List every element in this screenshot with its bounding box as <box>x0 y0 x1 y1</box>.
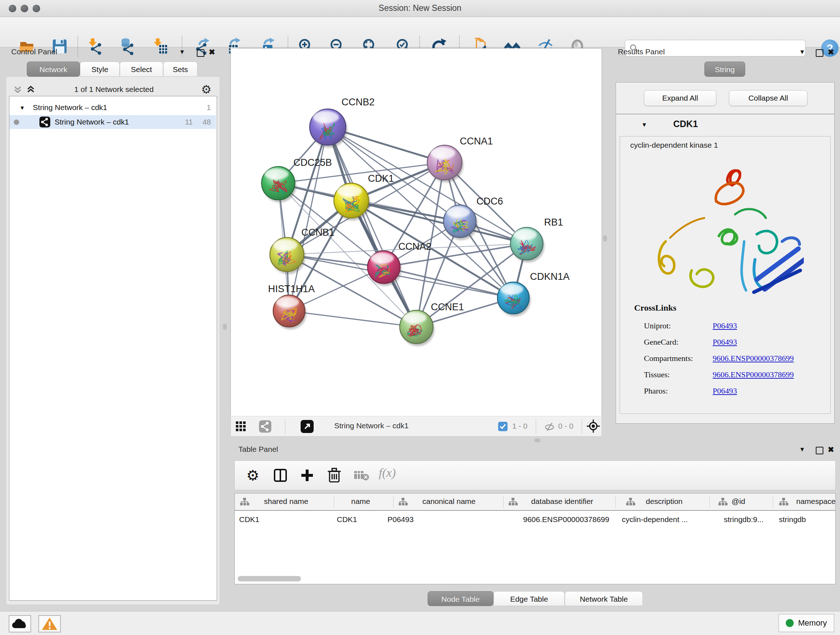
column-header--id[interactable]: @id <box>731 497 745 506</box>
table-panel-close-icon[interactable]: ✖ <box>828 446 834 453</box>
column-divider[interactable] <box>503 496 504 508</box>
expand-all-tree-icon[interactable] <box>25 84 36 95</box>
results-panel-close-icon[interactable]: ✖ <box>828 49 834 56</box>
cloud-button[interactable] <box>9 615 31 632</box>
birdseye-grid-icon[interactable] <box>235 421 247 432</box>
import-network-icon[interactable] <box>86 38 103 55</box>
network-status-dot <box>14 119 19 125</box>
column-header-database-identifier[interactable]: database identifier <box>531 497 593 506</box>
cloud-icon <box>10 616 30 631</box>
table-panel-title: Table Panel <box>238 445 278 454</box>
right-splitter-handle[interactable] <box>603 235 607 241</box>
collapse-all-button[interactable]: Collapse All <box>729 90 807 106</box>
network-node-CCNA1: CCNA1 <box>427 136 493 182</box>
network-selection-status: 1 of 1 Network selected <box>43 85 185 94</box>
hidden-count: 0 - 0 <box>558 422 573 431</box>
crosslink-label: GeneCard: <box>644 337 678 347</box>
selected-count: 1 - 0 <box>512 422 527 431</box>
network-options-gear-icon[interactable]: ⚙ <box>201 82 212 96</box>
column-header-shared-name[interactable]: shared name <box>264 497 309 506</box>
results-panel-float-icon[interactable] <box>816 49 823 57</box>
table-cell: 9606.ENSP00000378699 <box>523 515 609 524</box>
column-header-namespace[interactable]: namespace <box>796 497 836 506</box>
svg-text:CDK1: CDK1 <box>368 173 394 184</box>
column-header-name[interactable]: name <box>351 497 370 506</box>
network-view-name: String Network – cdk1 <box>334 421 409 430</box>
tab-network[interactable]: Network <box>27 62 80 77</box>
crosslink-link[interactable]: P06493 <box>713 386 737 396</box>
control-panel-close-icon[interactable]: ✖ <box>209 49 215 56</box>
table-panel-float-icon[interactable] <box>816 447 823 454</box>
warnings-button[interactable] <box>38 615 61 632</box>
memory-button[interactable]: Memory <box>778 614 834 632</box>
column-divider[interactable] <box>773 496 773 508</box>
bottom-splitter-handle[interactable] <box>534 439 540 442</box>
network-canvas[interactable]: CCNB2CCNA1CDC25BCDK1CDC6RB1CCNB1CCNA2CDK… <box>231 48 602 416</box>
cdk1-section-title: CDK1 <box>673 119 698 129</box>
show-columns-icon[interactable] <box>273 468 287 483</box>
column-tree-icon <box>240 497 249 506</box>
table-cell: stringdb <box>779 515 806 524</box>
import-network-database-icon[interactable] <box>118 38 135 55</box>
protein-structure-image <box>648 151 804 301</box>
tab-sets[interactable]: Sets <box>163 62 197 77</box>
column-tree-icon <box>508 497 518 506</box>
collection-expand-icon[interactable]: ▼ <box>19 105 25 111</box>
delete-table-icon <box>354 470 369 481</box>
tab-select[interactable]: Select <box>120 62 163 77</box>
tab-network-table[interactable]: Network Table <box>565 591 643 606</box>
crosslink-link[interactable]: P06493 <box>713 337 737 347</box>
network-node-CDKN1A: CDKN1A <box>497 271 570 317</box>
table-panel-menu-icon[interactable]: ▼ <box>799 446 805 453</box>
control-panel-float-icon[interactable] <box>197 49 204 57</box>
tab-edge-table[interactable]: Edge Table <box>493 591 565 606</box>
tab-string[interactable]: String <box>704 62 745 77</box>
expand-all-button[interactable]: Expand All <box>644 90 716 106</box>
network-collection-row[interactable]: ▼ String Network – cdk1 1 <box>9 101 216 114</box>
network-node-CDC25B: CDC25B <box>262 157 332 203</box>
cdk1-collapse-icon[interactable]: ▼ <box>641 122 647 128</box>
crosslink-link[interactable]: 9606.ENSP00000378699 <box>713 354 794 363</box>
warning-icon <box>40 616 59 631</box>
network-row-label: String Network – cdk1 <box>55 118 129 126</box>
left-splitter-handle[interactable] <box>223 324 227 330</box>
apply-function-icon: f(x) <box>379 466 396 480</box>
title-bar: Session: New Session <box>0 0 840 17</box>
node-table[interactable]: shared namenamecanonical namedatabase id… <box>234 493 836 584</box>
add-column-icon[interactable] <box>300 468 314 483</box>
collapse-all-tree-icon[interactable] <box>12 84 23 95</box>
selected-checkbox-icon[interactable] <box>498 422 508 431</box>
crosslink-link[interactable]: P06493 <box>713 321 737 331</box>
control-panel-menu-icon[interactable]: ▼ <box>179 49 185 56</box>
node-table-header: shared namenamecanonical namedatabase id… <box>235 494 835 511</box>
network-row-selected[interactable]: String Network – cdk1 11 48 <box>9 115 216 129</box>
open-in-window-icon[interactable] <box>301 420 314 433</box>
tab-style[interactable]: Style <box>80 62 120 77</box>
window-title: Session: New Session <box>0 3 840 13</box>
fit-content-crosshair-icon[interactable] <box>586 419 600 433</box>
string-view-icon[interactable] <box>259 420 271 432</box>
crosslink-link[interactable]: 9606.ENSP00000378699 <box>713 370 794 379</box>
column-divider[interactable] <box>709 496 710 508</box>
results-panel-title: Results Panel <box>618 48 665 56</box>
svg-text:CCNB1: CCNB1 <box>302 227 335 238</box>
svg-text:CCNE1: CCNE1 <box>431 302 464 312</box>
column-header-canonical-name[interactable]: canonical name <box>422 497 475 506</box>
tab-node-table[interactable]: Node Table <box>428 591 493 606</box>
delete-column-trash-icon[interactable] <box>327 467 342 483</box>
column-header-description[interactable]: description <box>646 497 683 506</box>
table-settings-gear-icon[interactable]: ⚙ <box>246 467 259 483</box>
column-divider[interactable] <box>334 496 334 508</box>
network-list: ▼ String Network – cdk1 1 String Network… <box>9 96 217 600</box>
horizontal-scrollbar[interactable] <box>238 576 301 581</box>
cdk1-description: cyclin-dependent kinase 1 <box>630 141 718 149</box>
cdk1-section: ▼ CDK1 cyclin-dependent kinase 1 CrossLi… <box>616 114 835 424</box>
column-tree-icon <box>779 497 788 506</box>
column-divider[interactable] <box>615 496 616 508</box>
table-cell: cyclin-dependent ... <box>622 515 688 524</box>
search-field[interactable] <box>641 44 805 53</box>
import-table-icon[interactable] <box>151 38 169 55</box>
results-panel-menu-icon[interactable]: ▼ <box>799 49 805 56</box>
network-edge-count: 48 <box>202 118 211 126</box>
table-row[interactable]: CDK1CDK1P064939606.ENSP00000378699cyclin… <box>235 510 835 527</box>
